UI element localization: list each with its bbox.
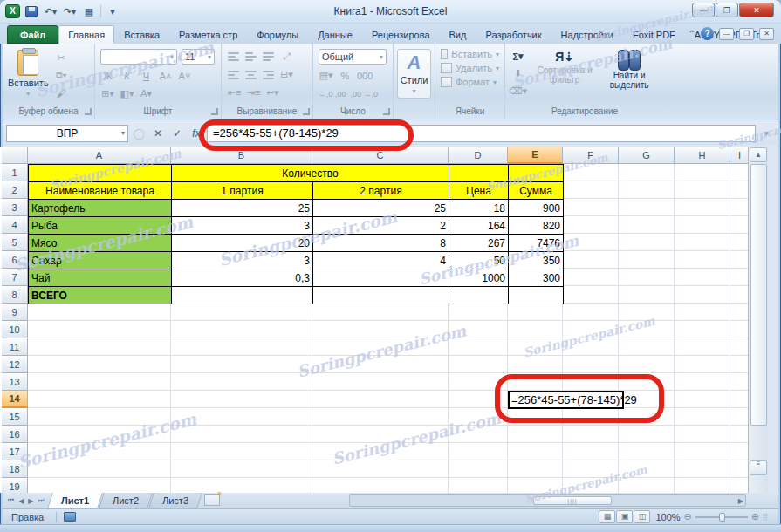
zoom-out-icon[interactable]: ⊖ (684, 511, 692, 522)
font-name-combo[interactable]: ▾ (100, 49, 177, 65)
grid-cell-B5[interactable]: 20 (171, 234, 313, 252)
decrease-decimal-icon[interactable]: ,00 →,0 (351, 86, 379, 101)
paste-button[interactable]: Вставить ▾ (3, 47, 54, 100)
comma-format-icon[interactable]: 000 (357, 68, 373, 83)
workbook-restore-icon[interactable]: ❐ (739, 28, 754, 40)
borders-icon[interactable]: ⊞▾ (100, 86, 115, 101)
row-header-4[interactable]: 4 (2, 216, 28, 234)
tab-foxit-pdf[interactable]: Foxit PDF (623, 25, 685, 44)
column-header-H[interactable]: H (675, 147, 730, 164)
grid-cell-B1[interactable]: Количество (171, 164, 449, 182)
row-header-12[interactable]: 12 (2, 356, 28, 373)
grid-cell-C6[interactable]: 4 (312, 251, 449, 269)
grid-cell-B7[interactable]: 0,3 (171, 269, 313, 287)
grid-cell-A5[interactable]: Мясо (28, 234, 172, 252)
wrap-text-icon[interactable]: ↩▾ (265, 85, 280, 100)
row-header-2[interactable]: 2 (2, 181, 28, 199)
copy-icon[interactable]: ⧉▾ (54, 68, 69, 83)
row-header-9[interactable]: 9 (2, 304, 28, 321)
format-painter-icon[interactable]: 🖌 (54, 85, 69, 100)
fill-color-icon[interactable]: ◧▾ (120, 86, 134, 101)
grid-cell-E6[interactable]: 350 (508, 251, 564, 269)
column-header-F[interactable]: F (563, 147, 619, 164)
expand-formula-bar-icon[interactable]: ▾ (757, 125, 775, 142)
scroll-up-icon[interactable]: ▲ (750, 147, 767, 162)
workbook-close-icon[interactable]: ✕ (759, 28, 774, 40)
column-header-D[interactable]: D (449, 147, 508, 164)
row-header-1[interactable]: 1 (2, 164, 28, 181)
tab-данные[interactable]: Данные (308, 25, 362, 44)
sheet-nav-next-icon[interactable]: ▶ (26, 497, 35, 505)
row-header-8[interactable]: 8 (2, 286, 28, 304)
row-header-5[interactable]: 5 (2, 234, 28, 251)
grid-cell-B4[interactable]: 3 (171, 216, 313, 235)
tab-рецензирова[interactable]: Рецензирова (362, 25, 440, 44)
grow-font-icon[interactable]: A˄ (158, 68, 173, 83)
tab-надстройки[interactable]: Надстройки (551, 25, 623, 44)
align-left-icon[interactable] (227, 70, 240, 80)
restore-button[interactable]: ❐ (716, 3, 738, 17)
help-icon[interactable]: ? (701, 27, 714, 40)
sheet-nav-last-icon[interactable]: ⏭ (37, 496, 46, 505)
name-box-dropdown-icon[interactable]: ▾ (121, 129, 125, 137)
number-format-combo[interactable]: Общий▾ (319, 49, 387, 65)
underline-button[interactable]: Ч (139, 68, 154, 83)
vertical-scroll-thumb[interactable] (750, 164, 767, 426)
align-middle-icon[interactable] (244, 51, 257, 62)
sort-filter-button[interactable]: Я⇣ Сортировка и фильтр (531, 47, 599, 100)
grid-cell-E7[interactable]: 300 (508, 269, 564, 287)
sheet-nav-prev-icon[interactable]: ◀ (17, 497, 25, 505)
delete-cells-button[interactable]: Удалить▾ (435, 61, 504, 75)
column-header-A[interactable]: A (28, 147, 171, 164)
row-header-11[interactable]: 11 (2, 338, 28, 356)
row-header-16[interactable]: 16 (2, 426, 28, 443)
currency-format-icon[interactable]: ▤▾ (319, 68, 333, 83)
page-break-view-icon[interactable]: ◫ (634, 510, 650, 523)
font-size-combo[interactable]: 11▾ (182, 49, 215, 65)
orientation-icon[interactable]: ⤢ (279, 49, 294, 64)
tab-вставка[interactable]: Вставка (114, 25, 169, 44)
tab-главная[interactable]: Главная (58, 25, 114, 44)
confirm-entry-icon[interactable]: ✓ (168, 125, 186, 142)
sheet-nav-first-icon[interactable]: ⏮ (6, 496, 16, 505)
grid-cell-A2[interactable]: Наименование товара (28, 181, 172, 200)
bold-button[interactable]: Ж (100, 68, 115, 83)
row-header-19[interactable]: 19 (2, 478, 28, 493)
clear-icon[interactable]: ⌫▾ (509, 84, 527, 99)
grid-cell-A3[interactable]: Картофель (28, 199, 172, 217)
zoom-in-icon[interactable]: ⊕ (751, 511, 759, 522)
grid-cell-A7[interactable]: Чай (28, 269, 172, 287)
shrink-font-icon[interactable]: A˅ (177, 68, 192, 83)
column-header-E[interactable]: E (508, 147, 563, 164)
grid-cell-C2[interactable]: 2 партия (312, 181, 449, 200)
align-center-icon[interactable] (244, 70, 257, 80)
minimize-button[interactable]: — (692, 3, 715, 17)
tab-формулы[interactable]: Формулы (247, 25, 308, 44)
normal-view-icon[interactable]: ▦ (599, 510, 615, 523)
sheet-tab-лист2[interactable]: Лист2 (99, 493, 153, 508)
grid-cell-D5[interactable]: 267 (449, 234, 509, 252)
clipboard-dialog-launcher[interactable] (85, 108, 92, 115)
horizontal-scrollbar[interactable]: |||| ▶ (349, 494, 746, 507)
row-header-13[interactable]: 13 (2, 373, 28, 391)
grid-cell-E1[interactable] (508, 164, 564, 182)
worksheet-grid[interactable]: ABCDEFGHI12345678910111213141516171819Ко… (0, 147, 768, 493)
grid-cell-B8[interactable] (171, 286, 313, 304)
row-header-3[interactable]: 3 (2, 199, 28, 216)
align-top-icon[interactable] (227, 51, 240, 62)
row-header-6[interactable]: 6 (2, 251, 28, 269)
paste-dropdown-icon[interactable]: ▾ (26, 90, 30, 98)
grid-cell-D1[interactable] (449, 164, 509, 182)
grid-cell-C5[interactable]: 8 (312, 234, 449, 252)
scroll-right-icon[interactable]: ▶ (738, 497, 743, 505)
tab-вид[interactable]: Вид (440, 25, 476, 44)
tab-файл[interactable]: Файл (7, 25, 58, 44)
workbook-minimize-icon[interactable]: — (719, 28, 734, 40)
name-box[interactable]: ВПР ▾ (6, 125, 128, 142)
page-layout-view-icon[interactable]: ▣ (616, 510, 633, 523)
grid-cell-D4[interactable]: 164 (449, 216, 509, 235)
insert-worksheet-icon[interactable] (204, 494, 220, 506)
close-button[interactable]: ✕ (739, 3, 774, 17)
grid-cell-D3[interactable]: 18 (449, 199, 509, 217)
grid-cell-E2[interactable]: Сумма (508, 181, 564, 200)
